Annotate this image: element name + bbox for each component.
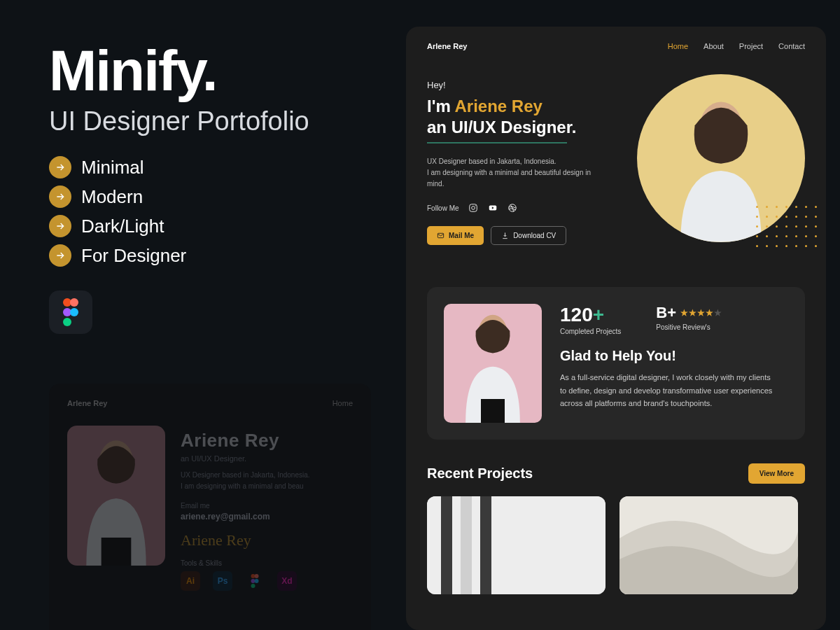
hero-headline-2: an UI/UX Designer.	[427, 117, 637, 138]
svg-point-1	[70, 298, 78, 307]
svg-point-4	[63, 318, 71, 326]
promo-feature-label: For Designer	[81, 245, 186, 267]
tool-photoshop-icon: Ps	[213, 571, 232, 591]
about-card: 120+ Completed Projects B+ ★★★★★ Positiv…	[427, 287, 805, 440]
lp-email-label: Email me	[181, 502, 353, 510]
lp-nav-home[interactable]: Home	[332, 399, 353, 407]
lp-desc-line: UX Designer based in Jakarta, Indonesia.	[181, 470, 353, 481]
promo-feature-item: Dark/Light	[49, 215, 371, 237]
recent-projects-heading: Recent Projects	[427, 465, 533, 482]
hero-desc-line: UX Designer based in Jakarta, Indonesia.	[427, 156, 602, 167]
mail-me-button[interactable]: Mail Me	[427, 226, 484, 245]
about-heading: Glad to Help You!	[560, 348, 788, 364]
download-cv-button[interactable]: Download CV	[491, 226, 566, 245]
hero-headline-1: I'm Ariene Rey	[427, 96, 637, 117]
project-card[interactable]	[620, 496, 798, 594]
svg-rect-23	[461, 496, 472, 594]
lp-name: Ariene Rey	[181, 430, 353, 451]
stat-projects-count: 120+	[560, 304, 621, 326]
lp-avatar	[67, 426, 165, 566]
stars-icon: ★★★★★	[680, 308, 722, 318]
view-more-button[interactable]: View More	[748, 463, 805, 484]
youtube-icon[interactable]	[487, 202, 498, 214]
lp-email[interactable]: ariene.rey@gmail.com	[181, 512, 353, 522]
arrow-icon	[49, 244, 71, 267]
tool-xd-icon: Xd	[277, 571, 297, 591]
project-card[interactable]	[427, 496, 606, 594]
stat-projects-label: Completed Projects	[560, 328, 621, 335]
portfolio-preview-window: Arlene Rey Home About Project Contact He…	[406, 27, 826, 630]
instagram-icon[interactable]	[468, 202, 479, 214]
promo-subtitle: UI Designer Portofolio	[49, 106, 371, 136]
hero-greeting: Hey!	[427, 80, 637, 90]
svg-rect-6	[102, 538, 132, 566]
tool-figma-icon	[245, 571, 265, 591]
svg-point-10	[255, 579, 259, 583]
promo-title: Minify.	[49, 42, 371, 99]
promo-feature-item: For Designer	[49, 244, 371, 267]
brand-logo[interactable]: Arlene Rey	[427, 42, 467, 50]
svg-point-8	[255, 574, 259, 578]
nav-home[interactable]: Home	[668, 42, 688, 50]
hero-underline	[427, 142, 567, 144]
hero-desc-line: I am designing with a minimal and beauti…	[427, 167, 602, 190]
svg-rect-12	[469, 204, 477, 212]
svg-point-11	[251, 584, 255, 588]
svg-point-3	[70, 308, 78, 316]
lp-tools-label: Tools & Skills	[181, 559, 353, 567]
svg-rect-22	[441, 496, 452, 594]
nav-project[interactable]: Project	[739, 42, 763, 50]
arrow-icon	[49, 186, 71, 208]
promo-feature-label: Modern	[81, 186, 143, 208]
figma-badge	[49, 290, 92, 334]
nav-about[interactable]: About	[704, 42, 724, 50]
lp-role: an UI/UX Designer.	[181, 454, 353, 463]
figma-icon	[61, 298, 80, 326]
lp-brand: Arlene Rey	[67, 399, 107, 407]
arrow-icon	[49, 156, 71, 178]
stat-rating: B+ ★★★★★	[656, 304, 722, 322]
promo-feature-item: Modern	[49, 186, 371, 208]
arrow-icon	[49, 215, 71, 237]
about-avatar	[444, 304, 542, 423]
tool-illustrator-icon: Ai	[181, 571, 200, 591]
nav-contact[interactable]: Contact	[778, 42, 805, 50]
stat-rating-label: Positive Review's	[656, 323, 722, 331]
svg-point-14	[475, 205, 475, 206]
promo-feature-item: Minimal	[49, 156, 371, 178]
promo-feature-label: Minimal	[81, 157, 144, 178]
lp-desc-line: I am designing with a minimal and beau	[181, 481, 353, 492]
svg-point-13	[471, 206, 475, 210]
decorative-dots	[756, 206, 819, 249]
promo-feature-label: Dark/Light	[81, 216, 164, 237]
dribbble-icon[interactable]	[507, 202, 518, 214]
svg-rect-20	[481, 399, 505, 423]
svg-rect-24	[480, 496, 491, 594]
secondary-preview: Arlene Rey Home Ariene Rey an UI/UX Desi…	[49, 384, 371, 630]
svg-rect-21	[427, 496, 606, 594]
promo-feature-list: Minimal Modern Dark/Light For Designer	[49, 156, 371, 267]
lp-signature: Ariene Rey	[181, 531, 353, 550]
about-description: As a full-service digital designer, I wo…	[560, 371, 777, 410]
follow-label: Follow Me	[427, 204, 459, 212]
